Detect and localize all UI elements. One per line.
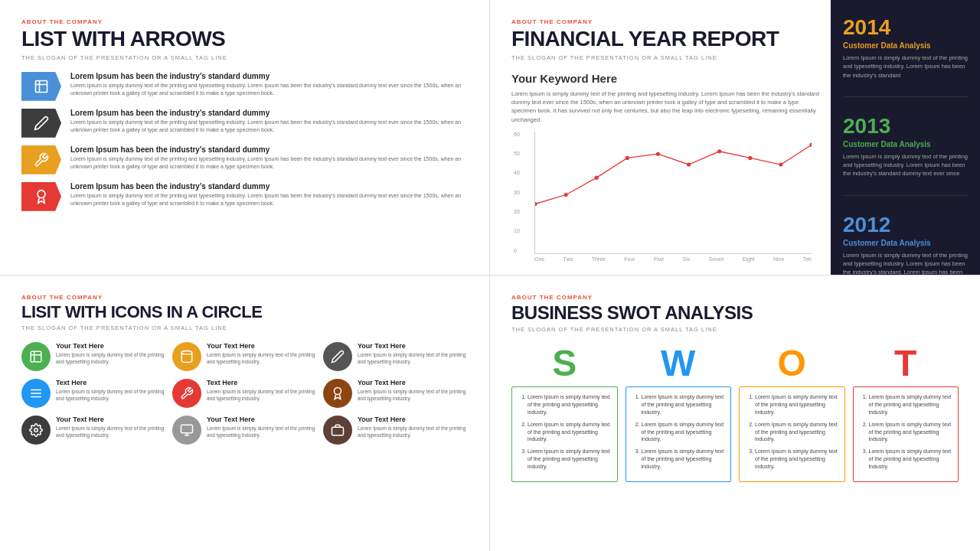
arrow-text-0: Lorem Ipsum has been the industry's stan… bbox=[70, 72, 468, 97]
arrow-list: Lorem Ipsum has been the industry's stan… bbox=[21, 72, 468, 211]
icon-text-2: Your Text Here Lorem Ipsum is simply dum… bbox=[358, 342, 468, 365]
sidebar-year-num-2: 2012 bbox=[843, 213, 968, 237]
icon-heading-0: Your Text Here bbox=[56, 342, 166, 350]
panel3-title: LISIT WITH ICONS IN A CIRCLE bbox=[21, 303, 468, 321]
icon-item-4: Text Here Lorem Ipsum is simply dummy te… bbox=[172, 379, 317, 408]
swot-list-t: Lorem Ipsum is simply dummy text of the … bbox=[860, 393, 952, 470]
swot-container: S Lorem Ipsum is simply dummy text of th… bbox=[511, 345, 959, 481]
panel4-about: ABOUT THE COMPANY bbox=[511, 294, 959, 301]
swot-col-s: S Lorem Ipsum is simply dummy text of th… bbox=[511, 345, 618, 481]
swot-item-t-2: Lorem Ipsum is simply dummy text of the … bbox=[869, 448, 952, 470]
chart-x-label: One bbox=[534, 256, 544, 262]
svg-rect-12 bbox=[332, 427, 344, 435]
chart-y-label: 50 bbox=[514, 151, 520, 156]
icon-desc-7: Lorem Ipsum is simply dummy text of the … bbox=[207, 425, 317, 439]
svg-point-7 bbox=[335, 388, 341, 395]
dark-sidebar: 2014 Customer Data Analysis Lorem Ipsum … bbox=[831, 0, 980, 275]
chart-point-7 bbox=[748, 156, 752, 160]
chart-container: 0102030405060 OneTwoThreeFourFiveSixSeve… bbox=[511, 132, 819, 262]
icon-heading-5: Your Text Here bbox=[358, 379, 468, 386]
chart-x-label: Eight bbox=[743, 256, 755, 262]
svg-point-3 bbox=[181, 351, 192, 355]
swot-list-o: Lorem Ipsum is simply dummy text of the … bbox=[746, 393, 838, 470]
icon-text-5: Your Text Here Lorem Ipsum is simply dum… bbox=[358, 379, 468, 402]
chart-y-label: 60 bbox=[514, 132, 520, 137]
sidebar-year-2: 2012 Customer Data Analysis Lorem Ipsum … bbox=[843, 213, 968, 276]
circle-icon-4 bbox=[172, 379, 201, 408]
arrow-text-3: Lorem Ipsum has been the industry's stan… bbox=[70, 182, 468, 207]
panel3-about: ABOUT THE COMPANY bbox=[21, 294, 468, 301]
icon-desc-4: Lorem Ipsum is simply dummy text of the … bbox=[207, 388, 317, 402]
panel4-tagline: THE SLOGAN OF THE PRESENTATION OR A SMAL… bbox=[511, 326, 959, 333]
icon-desc-1: Lorem Ipsum is simply dummy text of the … bbox=[207, 351, 317, 365]
sidebar-cat-1: Customer Data Analysis bbox=[843, 140, 968, 148]
chart-point-2 bbox=[595, 175, 599, 179]
icon-heading-7: Your Text Here bbox=[207, 416, 317, 423]
icon-text-3: Text Here Lorem Ipsum is simply dummy te… bbox=[56, 379, 166, 402]
chart-area: 0102030405060 bbox=[534, 132, 812, 254]
arrow-text-2: Lorem Ipsum has been the industry's stan… bbox=[70, 145, 468, 171]
arrow-item-0: Lorem Ipsum has been the industry's stan… bbox=[21, 72, 468, 101]
icon-item-1: Your Text Here Lorem Ipsum is simply dum… bbox=[172, 342, 317, 371]
icon-item-0: Your Text Here Lorem Ipsum is simply dum… bbox=[21, 342, 166, 371]
circle-icon-6 bbox=[21, 416, 51, 445]
arrow-text-1: Lorem Ipsum has been the industry's stan… bbox=[70, 109, 468, 134]
chart-x-label: Six bbox=[683, 256, 691, 262]
circle-icon-5 bbox=[323, 379, 352, 408]
panel-icons-circle: ABOUT THE COMPANY LISIT WITH ICONS IN A … bbox=[0, 276, 490, 551]
arrow-desc-1: Lorem Ipsum is simply dummy text of the … bbox=[70, 119, 468, 134]
chart-y-label: 20 bbox=[514, 209, 520, 214]
sidebar-text-1: Lorem Ipsum is simply dummy text of the … bbox=[843, 152, 968, 178]
panel-swot: ABOUT THE COMPANY BUSINESS SWOT ANALYSIS… bbox=[490, 276, 980, 551]
chart-point-3 bbox=[626, 156, 629, 160]
icon-text-6: Your Text Here Lorem Ipsum is simply dum… bbox=[56, 416, 166, 439]
icon-desc-5: Lorem Ipsum is simply dummy text of the … bbox=[358, 388, 468, 402]
icon-text-8: Your Text Here Lorem Ipsum is simply dum… bbox=[358, 416, 468, 439]
arrow-heading-0: Lorem Ipsum has been the industry's stan… bbox=[70, 72, 468, 80]
circle-icon-8 bbox=[323, 416, 352, 445]
icon-heading-6: Your Text Here bbox=[56, 416, 166, 423]
sidebar-year-0: 2014 Customer Data Analysis Lorem Ipsum … bbox=[843, 15, 968, 97]
icon-desc-3: Lorem Ipsum is simply dummy text of the … bbox=[56, 388, 166, 402]
icon-heading-3: Text Here bbox=[56, 379, 166, 386]
swot-list-w: Lorem Ipsum is simply dummy text of the … bbox=[632, 393, 725, 470]
swot-item-s-0: Lorem Ipsum is simply dummy text of the … bbox=[528, 393, 611, 416]
chart-point-8 bbox=[779, 162, 782, 166]
swot-item-s-1: Lorem Ipsum is simply dummy text of the … bbox=[528, 421, 611, 443]
icon-desc-2: Lorem Ipsum is simply dummy text of the … bbox=[358, 351, 468, 365]
swot-item-o-2: Lorem Ipsum is simply dummy text of the … bbox=[755, 448, 838, 470]
swot-item-o-0: Lorem Ipsum is simply dummy text of the … bbox=[755, 393, 838, 416]
swot-box-s: Lorem Ipsum is simply dummy text of the … bbox=[511, 386, 618, 481]
svg-point-8 bbox=[34, 429, 38, 432]
panel1-tagline: THE SLOGAN OF THE PRESENTATION OR A SMAL… bbox=[21, 54, 468, 61]
chart-y-label: 0 bbox=[514, 248, 520, 253]
icon-item-5: Your Text Here Lorem Ipsum is simply dum… bbox=[323, 379, 468, 408]
arrow-desc-0: Lorem Ipsum is simply dummy text of the … bbox=[70, 82, 468, 97]
panel1-about: ABOUT THE COMPANY bbox=[21, 18, 468, 25]
swot-item-o-1: Lorem Ipsum is simply dummy text of the … bbox=[755, 421, 838, 443]
chart-point-4 bbox=[656, 152, 660, 155]
chart-x-labels: OneTwoThreeFourFiveSixSevenEightNineTen bbox=[534, 256, 812, 262]
swot-list-s: Lorem Ipsum is simply dummy text of the … bbox=[518, 393, 611, 470]
chart-x-label: Five bbox=[654, 256, 664, 262]
svg-point-1 bbox=[38, 190, 45, 197]
arrow-icon-1 bbox=[21, 109, 61, 138]
keyword-desc: Lorem Ipsum is simply dummy text of the … bbox=[511, 90, 819, 124]
panel3-tagline: THE SLOGAN OF THE PRESENTATION OR A SMAL… bbox=[21, 324, 468, 331]
swot-item-w-0: Lorem Ipsum is simply dummy text of the … bbox=[642, 393, 725, 416]
icon-heading-1: Your Text Here bbox=[207, 342, 317, 350]
panel-list-arrows: ABOUT THE COMPANY LIST WITH ARROWS THE S… bbox=[0, 0, 490, 276]
chart-y-label: 30 bbox=[514, 190, 520, 195]
arrow-heading-2: Lorem Ipsum has been the industry's stan… bbox=[70, 145, 468, 154]
chart-x-label: Nine bbox=[773, 256, 784, 262]
chart-point-0 bbox=[535, 202, 537, 206]
icon-text-1: Your Text Here Lorem Ipsum is simply dum… bbox=[207, 342, 317, 365]
sidebar-text-0: Lorem Ipsum is simply dummy text of the … bbox=[843, 54, 968, 80]
chart-x-label: Seven bbox=[709, 256, 724, 262]
panel-financial: ABOUT THE COMPANY FINANCIAL YEAR REPORT … bbox=[490, 0, 980, 276]
swot-item-w-2: Lorem Ipsum is simply dummy text of the … bbox=[642, 448, 725, 470]
circle-icon-2 bbox=[323, 342, 352, 371]
chart-svg bbox=[535, 132, 812, 210]
sidebar-cat-2: Customer Data Analysis bbox=[843, 239, 968, 247]
icon-item-8: Your Text Here Lorem Ipsum is simply dum… bbox=[323, 416, 468, 445]
